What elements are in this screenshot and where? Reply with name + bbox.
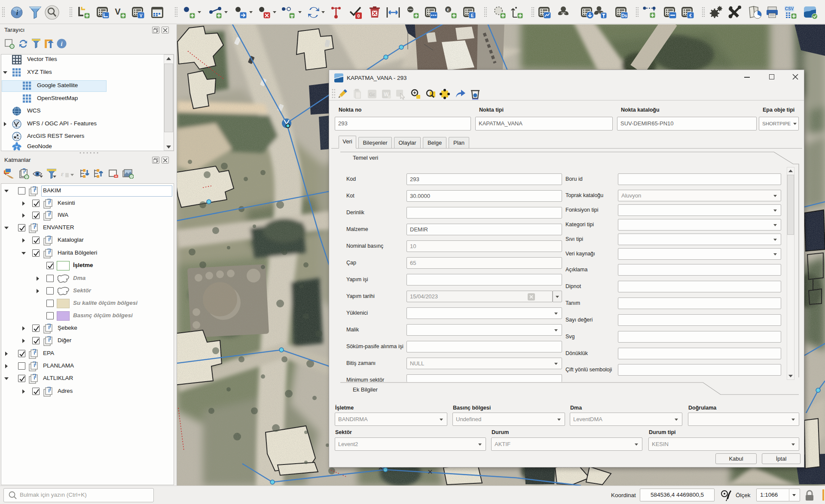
svg-text:ε: ε bbox=[61, 170, 64, 177]
svg-text:i: i bbox=[61, 41, 63, 47]
svg-text:E: E bbox=[471, 13, 474, 18]
svg-text:€: € bbox=[689, 13, 692, 18]
svg-text:CSV: CSV bbox=[785, 6, 794, 11]
svg-text:0: 0 bbox=[357, 13, 360, 18]
svg-text:V: V bbox=[115, 7, 121, 16]
svg-text:Ds: Ds bbox=[622, 13, 627, 18]
svg-text:i: i bbox=[16, 9, 18, 16]
svg-text:E: E bbox=[447, 8, 449, 12]
svg-text:V: V bbox=[140, 13, 143, 18]
